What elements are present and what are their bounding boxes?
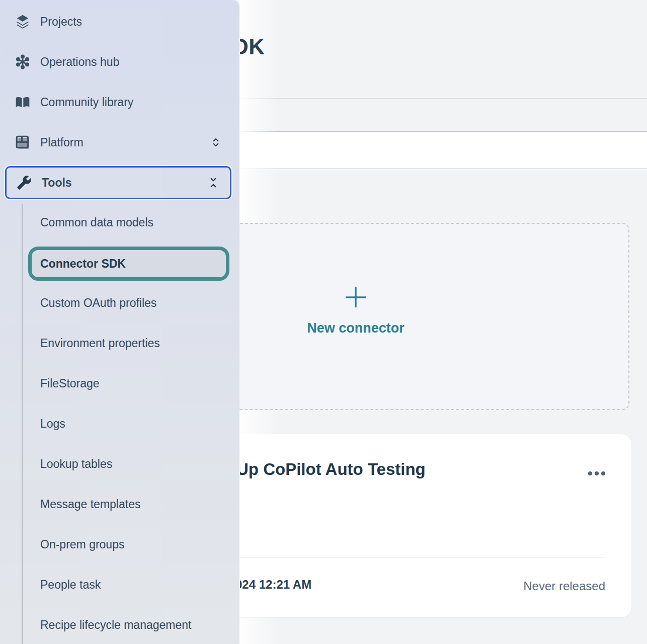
- page-title: DK: [240, 34, 310, 64]
- sidebar-item-tools[interactable]: Tools: [5, 166, 231, 199]
- sidebar-item-community-library[interactable]: Community library: [0, 82, 239, 122]
- card-divider: [240, 557, 605, 557]
- sidebar-subitem-people-task[interactable]: People task: [0, 565, 239, 605]
- kebab-horizontal-icon: [588, 471, 592, 475]
- connector-card-title: Up CoPilot Auto Testing: [240, 460, 572, 487]
- sidebar-item-platform[interactable]: Platform: [0, 122, 239, 163]
- card-release-status: Never released: [454, 579, 605, 593]
- layers-icon: [14, 13, 31, 30]
- unfold-more-icon: [209, 136, 222, 149]
- sidebar-item-label: Platform: [40, 136, 84, 149]
- sidebar-subitem-recipe-lifecycle-management[interactable]: Recipe lifecycle management: [0, 605, 239, 644]
- wrench-icon: [16, 174, 33, 191]
- sidebar-subitem-filestorage[interactable]: FileStorage: [0, 363, 239, 404]
- sidebar-subitem-common-data-models[interactable]: Common data models: [0, 202, 239, 243]
- sidebar-subitem-on-prem-groups[interactable]: On-prem groups: [0, 524, 239, 565]
- sidebar-overlay: Projects Operations hub: [0, 0, 239, 644]
- sidebar-subitem-message-templates[interactable]: Message templates: [0, 484, 239, 524]
- sidebar-subitem-environment-properties[interactable]: Environment properties: [0, 323, 239, 363]
- sidebar-item-label: Projects: [40, 15, 82, 29]
- card-menu-button[interactable]: [584, 466, 610, 481]
- open-book-icon: [14, 94, 31, 111]
- sidebar-item-label: Operations hub: [40, 55, 119, 69]
- sidebar-item-label: Tools: [42, 176, 72, 190]
- sidebar-item-label: Community library: [40, 96, 133, 109]
- plus-icon: [344, 285, 368, 309]
- sidebar-subitem-custom-oauth-profiles[interactable]: Custom OAuth profiles: [0, 283, 239, 323]
- card-created-date: 024 12:21 AM: [240, 578, 401, 595]
- sidebar-item-operations-hub[interactable]: Operations hub: [0, 42, 239, 82]
- platform-windows-icon: [14, 134, 31, 151]
- sidebar-subitem-connector-sdk[interactable]: Connector SDK: [28, 247, 229, 281]
- hub-icon: [14, 53, 31, 70]
- sidebar-subitem-lookup-tables[interactable]: Lookup tables: [0, 444, 239, 484]
- sidebar-item-projects[interactable]: Projects: [0, 2, 239, 42]
- sidebar-subitem-logs[interactable]: Logs: [0, 404, 239, 444]
- unfold-less-icon: [207, 176, 220, 189]
